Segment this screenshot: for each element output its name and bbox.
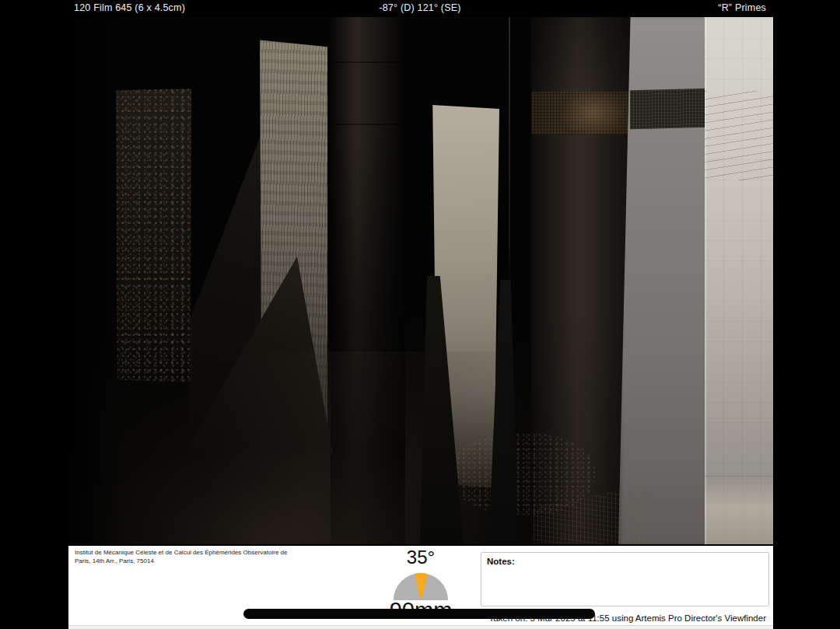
camera-heading-readout: -87° (D) 121° (SE): [379, 2, 460, 13]
film-format-selector[interactable]: 120 Film 645 (6 x 4.5cm): [74, 2, 185, 13]
wall-tile-grid: [705, 17, 773, 544]
lens-set-selector[interactable]: “R” Primes: [718, 2, 766, 13]
attribution-label: Taken on: 5 Mar 2025 at 11:55 using Arte…: [488, 613, 766, 623]
column-seam: [331, 124, 405, 125]
foliage-debris: [451, 433, 595, 515]
notes-label: Notes:: [487, 557, 515, 566]
location-label: Institut de Mécanique Céleste et de Calc…: [75, 549, 296, 566]
top-status-bar: 120 Film 645 (6 x 4.5cm) -87° (D) 121° (…: [0, 0, 840, 17]
wall-bottom-band: [705, 476, 773, 544]
captured-photo: [68, 17, 773, 544]
mesh-band-dark: [630, 89, 705, 130]
panel-edge-line: [509, 17, 510, 285]
column-seam: [331, 61, 405, 63]
tilt-angle-readout: 35°: [407, 547, 435, 568]
bottom-strip: [68, 625, 773, 629]
textured-monolith-left: [116, 89, 191, 383]
notes-box[interactable]: Notes:: [481, 552, 769, 606]
left-vignette: [68, 17, 123, 544]
mesh-band-copper: [531, 92, 632, 135]
tilt-gauge: [394, 573, 448, 600]
info-panel: Institut de Mécanique Céleste et de Calc…: [68, 546, 773, 629]
viewfinder-screen: 120 Film 645 (6 x 4.5cm) -87° (D) 121° (…: [0, 0, 840, 629]
